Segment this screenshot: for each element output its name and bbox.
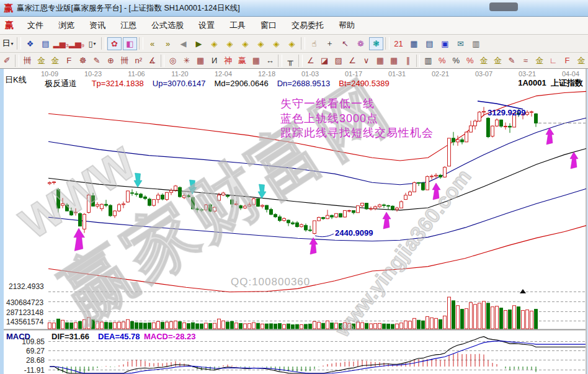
prev-button[interactable]: ◀ — [176, 37, 190, 50]
mark-candle-tool[interactable]: ✎ — [506, 54, 518, 67]
bar-compare-tool[interactable]: ▥ — [422, 54, 434, 67]
annotation-line-1: 失守一线看低一线 — [280, 96, 375, 111]
matrix-tool[interactable]: ▦ — [194, 54, 207, 67]
gann-grid-button[interactable]: ✿ — [107, 37, 122, 50]
price-ruler-tool[interactable]: F — [63, 54, 75, 67]
send-button[interactable]: ✉ — [453, 37, 468, 50]
kline-period-button-dropdown[interactable]: ▾ — [11, 41, 13, 47]
drawing-toolbar: ✐卌金金F☸✎⊕卌n²∡◎✳▦И神赢▦↔╥∠◪▨∠∨▦▦∥▥%%%金金✎≈金∟F… — [0, 53, 588, 69]
indicator-header[interactable]: 极反通道 Tp=3214.1838Up=3070.6147Md=2906.064… — [45, 78, 398, 89]
cycle-circle-tool[interactable]: ⊕ — [104, 54, 117, 67]
gann-flower-button[interactable]: ❁ — [354, 37, 368, 50]
percent-wave-tool[interactable]: % — [436, 54, 448, 67]
gold-band-tool[interactable]: 金 — [533, 54, 546, 67]
wave-tool[interactable]: ≈ — [519, 54, 532, 67]
first-page-button[interactable]: « — [145, 37, 159, 50]
volume-histogram-button[interactable]: ◧ — [123, 37, 137, 50]
indicator-value-1: Up=3070.6147 — [153, 79, 206, 88]
main-axis-min-label: 2132.4933 — [9, 282, 44, 291]
zoom-left-button[interactable]: ◈ — [207, 37, 221, 50]
x-axis-tick: 11-06 — [122, 70, 151, 78]
gold-fan-tool[interactable]: 金 — [575, 54, 587, 67]
check-line-tool[interactable]: ∨ — [360, 54, 372, 67]
pointer-mark-button[interactable]: ↖ — [338, 37, 352, 50]
grid-ruler-tool[interactable]: 卌 — [21, 54, 33, 67]
trend-angle-tool[interactable]: ∠ — [346, 54, 359, 67]
magenta-up-arrow — [432, 183, 440, 200]
menu-item-5[interactable]: 设置 — [191, 17, 222, 33]
high-price-label: 3129.9299 — [488, 108, 525, 117]
menu-bar: 赢 文件浏览资讯江恩公式选股设置工具窗口交易委托帮助 — [0, 17, 588, 35]
full-expand-button[interactable]: ◈ — [285, 37, 299, 50]
save-button[interactable]: ▣ — [438, 37, 452, 50]
title-bar[interactable]: 赢 赢家江恩专业版[赢家服务平台] - [上证指数 SH1A0001-124日K… — [0, 0, 588, 17]
menu-item-0[interactable]: 文件 — [20, 17, 51, 33]
square-of-nine-tool[interactable]: n² — [132, 54, 145, 67]
expand-button[interactable]: ◈ — [269, 37, 283, 50]
min9-chart-button[interactable]: ▂▅₉ — [69, 37, 84, 50]
wave-mark-tool[interactable]: И — [208, 54, 220, 67]
smart-analysis-button[interactable]: ❃ — [369, 37, 383, 50]
gold-circle-tool[interactable]: 金 — [478, 54, 490, 67]
spiral-tool[interactable]: ☸ — [76, 54, 89, 67]
min3-chart-button[interactable]: ▂▅₃ — [54, 37, 68, 50]
j-line-tool[interactable]: ∟ — [547, 54, 559, 67]
grid-dense-tool[interactable]: ▦ — [374, 54, 386, 67]
x-axis-tick: 10-23 — [78, 70, 108, 78]
parallel-lines-tool[interactable]: ∥ — [401, 54, 414, 67]
shen-tool[interactable]: 神 — [222, 54, 234, 67]
print-button[interactable]: ▥ — [469, 37, 483, 50]
menu-item-8[interactable]: 交易委托 — [284, 17, 331, 33]
v-measure-tool[interactable]: ╥ — [284, 54, 296, 67]
gold-line-tool[interactable]: 金 — [491, 54, 504, 67]
x-axis-tick: 03-07 — [469, 70, 499, 78]
compass-tool[interactable]: ✐ — [1, 54, 13, 67]
calendar-button[interactable]: 21 — [391, 37, 406, 50]
toolbar-separator — [17, 37, 21, 50]
last-page-button[interactable]: » — [161, 37, 175, 50]
menu-item-9[interactable]: 帮助 — [331, 17, 362, 33]
toolbar-separator — [278, 55, 282, 67]
compress-button[interactable]: ◈ — [254, 37, 268, 50]
angle-tool[interactable]: ∡ — [146, 54, 158, 67]
candle-style-button-dropdown[interactable]: ▾ — [94, 41, 96, 47]
next-button[interactable]: ▶ — [192, 37, 206, 50]
menu-item-3[interactable]: 江恩 — [113, 17, 144, 33]
menu-item-1[interactable]: 浏览 — [51, 17, 82, 33]
fan-lines-tool[interactable]: ∠ — [305, 54, 317, 67]
gold-channel-tool[interactable]: 金 — [49, 54, 61, 67]
info-panel-button[interactable]: ▤ — [38, 37, 53, 50]
toolbar-separator — [416, 55, 420, 67]
menu-item-4[interactable]: 公式选股 — [144, 17, 191, 33]
menu-item-6[interactable]: 工具 — [222, 17, 253, 33]
arc-tool[interactable]: ✎ — [91, 54, 103, 67]
volume-peak-marker — [520, 289, 526, 293]
time-ruler-tool[interactable]: 卌 — [118, 54, 131, 67]
kline-period-button[interactable]: 日▾ — [1, 37, 15, 50]
chart-overlay-button[interactable]: ❖ — [23, 37, 37, 50]
grid-num-tool[interactable]: ▦ — [388, 54, 400, 67]
cyan-down-arrow — [258, 184, 266, 198]
fan-box-tool[interactable]: ◪ — [318, 54, 331, 67]
gold-section-tool[interactable]: 金 — [35, 54, 47, 67]
h-measure-tool[interactable]: ↔ — [264, 54, 276, 67]
percent-tool[interactable]: % — [450, 54, 462, 67]
ray-box-tool[interactable]: ▨ — [332, 54, 344, 67]
macd-dif-value: DIF=31.66 — [51, 332, 89, 341]
percent-line-tool[interactable]: % — [463, 54, 476, 67]
zoom-right-button[interactable]: ◈ — [223, 37, 237, 50]
menu-item-2[interactable]: 资讯 — [82, 17, 113, 33]
ying-tool[interactable]: 赢 — [236, 54, 248, 67]
drag-hand-button[interactable]: ☝ — [307, 37, 321, 50]
toolbar-separator — [298, 55, 302, 67]
f-line-tool[interactable]: F — [561, 54, 573, 67]
crosshair-button[interactable]: ＋ — [323, 37, 337, 50]
zoom-h-button[interactable]: ◈ — [238, 37, 252, 50]
calculator-button[interactable]: ▦ — [407, 37, 421, 50]
gann-wheel-tool[interactable]: ✳ — [180, 54, 193, 67]
candle-style-button[interactable]: ▯▾ — [85, 37, 99, 50]
numbered-grid-tool[interactable]: ▦ — [250, 54, 262, 67]
menu-item-7[interactable]: 窗口 — [253, 17, 284, 33]
notes-button[interactable]: ▤ — [422, 37, 437, 50]
gann-target-tool[interactable]: ◎ — [166, 54, 179, 67]
